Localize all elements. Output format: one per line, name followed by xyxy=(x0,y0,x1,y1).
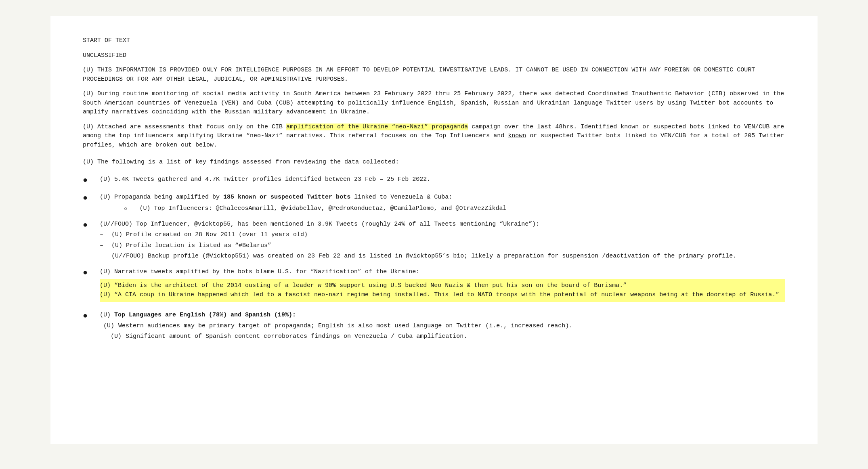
bullet2-bold: 185 known or suspected Twitter bots xyxy=(223,194,350,201)
lang-sub1-text: Western audiences may be primary target … xyxy=(118,322,572,331)
para2-highlight: amplification of the Ukraine “neo-Nazi” … xyxy=(286,124,468,130)
paragraph2-text: (U) Attached are assessments that focus … xyxy=(83,123,785,150)
bullet-content-4: (U) Narrative tweets amplified by the bo… xyxy=(100,268,785,305)
dash3-text: (U//FOUO) Backup profile (@Vicktop551) w… xyxy=(111,252,785,261)
list-item: ● (U) Propaganda being amplified by 185 … xyxy=(83,193,785,214)
circle-dot: ○ xyxy=(124,205,127,213)
document-container: START OF TEXT UNCLASSIFIED (U) THIS INFO… xyxy=(50,16,818,444)
paragraph1: (U) During routine monitoring of social … xyxy=(83,90,785,117)
start-label: START OF TEXT xyxy=(83,36,785,46)
bullet-list: ● (U) 5.4K Tweets gathered and 4.7K Twit… xyxy=(83,175,785,341)
bullet-content-5: (U) Top Languages are English (78%) and … xyxy=(100,311,785,341)
header-notice: (U) THIS INFORMATION IS PROVIDED ONLY FO… xyxy=(83,66,785,84)
bullet-dot-1: ● xyxy=(83,174,88,186)
bullet-content-1: (U) 5.4K Tweets gathered and 4.7K Twitte… xyxy=(100,175,785,184)
bullet-content-2: (U) Propaganda being amplified by 185 kn… xyxy=(100,193,785,214)
highlight-line-2: (U) “A CIA coup in Ukraine happened whic… xyxy=(100,291,785,300)
bullet-dot-2: ● xyxy=(83,192,88,204)
dash-item-3: – (U//FOUO) Backup profile (@Vicktop551)… xyxy=(100,252,785,261)
start-of-text: START OF TEXT xyxy=(83,36,785,46)
bullet5-bold: Top Languages are English (78%) and Span… xyxy=(114,312,296,318)
para2-pre: (U) Attached are assessments that focus … xyxy=(83,124,286,130)
lang-sub2-text: Significant amount of Spanish content co… xyxy=(126,332,467,341)
bullet-dot-4: ● xyxy=(83,267,88,279)
dash-item-1: – (U) Profile created on 28 Nov 2011 (ov… xyxy=(100,230,785,240)
paragraph3: (U) The following is a list of key findi… xyxy=(83,158,785,167)
bullet-content-3: (U//FOUO) Top Influencer, @vicktop55, ha… xyxy=(100,220,785,261)
sub-item-lang-1: _(U) Western audiences may be primary ta… xyxy=(100,322,785,331)
classification-label: UNCLASSIFIED xyxy=(83,51,785,61)
bullet1-text: (U) 5.4K Tweets gathered and 4.7K Twitte… xyxy=(100,176,430,183)
underline-marker: _(U) xyxy=(100,322,114,331)
dash1-text: (U) Profile created on 28 Nov 2011 (over… xyxy=(111,230,785,240)
list-item: ● (U//FOUO) Top Influencer, @vicktop55, … xyxy=(83,220,785,261)
bullet4-text: (U) Narrative tweets amplified by the bo… xyxy=(100,268,419,275)
dash-2: – xyxy=(100,241,103,251)
dash-item-2: – (U) Profile location is listed as “#Be… xyxy=(100,241,785,251)
bullets-section: ● (U) 5.4K Tweets gathered and 4.7K Twit… xyxy=(83,175,785,341)
dash-1: – xyxy=(100,230,103,240)
bullet2-post: linked to Venezuela & Cuba: xyxy=(350,194,452,201)
paragraph2: (U) Attached are assessments that focus … xyxy=(83,123,785,150)
dash2-text: (U) Profile location is listed as “#Bela… xyxy=(111,241,785,251)
sub-item-circle: ○ (U) Top Influencers: @ChalecosAmarill,… xyxy=(100,204,785,214)
header-notice-text: (U) THIS INFORMATION IS PROVIDED ONLY FO… xyxy=(83,66,785,84)
circle-text: (U) Top Influencers: @ChalecosAmarill, @… xyxy=(139,204,506,214)
bullet3-text: (U//FOUO) Top Influencer, @vicktop55, ha… xyxy=(100,221,539,228)
list-item: ● (U) 5.4K Tweets gathered and 4.7K Twit… xyxy=(83,175,785,186)
list-item: ● (U) Narrative tweets amplified by the … xyxy=(83,268,785,305)
para2-underline: known xyxy=(508,132,526,139)
list-item: ● (U) Top Languages are English (78%) an… xyxy=(83,311,785,341)
bullet-dot-3: ● xyxy=(83,219,88,231)
indent-marker: (U) xyxy=(100,332,122,341)
bullet5-pre: (U) xyxy=(100,312,114,318)
bullet2-pre: (U) Propaganda being amplified by xyxy=(100,194,223,201)
bullet-dot-5: ● xyxy=(83,310,88,322)
classification: UNCLASSIFIED xyxy=(83,51,785,61)
dash-3: – xyxy=(100,252,103,261)
highlighted-block: (U) “Biden is the architect of the 2014 … xyxy=(100,279,785,302)
sub-item-lang-2: (U) Significant amount of Spanish conten… xyxy=(100,332,785,341)
paragraph1-text: (U) During routine monitoring of social … xyxy=(83,90,785,117)
highlight-line-1: (U) “Biden is the architect of the 2014 … xyxy=(100,281,785,291)
paragraph3-text: (U) The following is a list of key findi… xyxy=(83,158,785,167)
